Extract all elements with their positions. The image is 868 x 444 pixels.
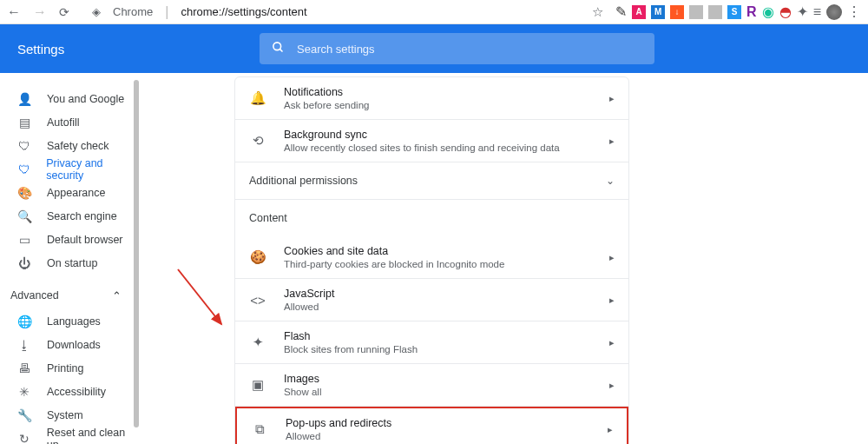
url-prefix: Chrome (113, 5, 153, 18)
svg-point-0 (273, 43, 281, 50)
ext-red-icon[interactable]: ◓ (779, 3, 792, 20)
sidebar-item-safety-check[interactable]: 🛡Safety check (0, 134, 139, 157)
globe-icon: 🌐 (17, 315, 31, 328)
content-header: Content (235, 200, 628, 236)
chevron-right-icon: ▸ (608, 424, 613, 435)
url-bar[interactable]: chrome://settings/content (181, 5, 306, 18)
search-icon (272, 41, 285, 56)
sidebar-item-downloads[interactable]: ⭳Downloads (0, 333, 139, 356)
accessibility-icon: ✳ (17, 385, 31, 399)
browser-toolbar: ← → ⟳ ◈ Chrome | chrome://settings/conte… (0, 0, 868, 24)
ext-grey2-icon[interactable] (708, 5, 722, 19)
row-notifications[interactable]: 🔔 NotificationsAsk before sending ▸ (235, 77, 628, 120)
back-button[interactable]: ← (7, 4, 21, 20)
chevron-right-icon: ▸ (609, 295, 615, 306)
profile-avatar[interactable] (826, 4, 842, 20)
printer-icon: 🖶 (17, 361, 31, 375)
chevron-right-icon: ▸ (609, 380, 615, 391)
sidebar-item-autofill[interactable]: ▤Autofill (0, 110, 139, 134)
settings-main-panel: 🔔 NotificationsAsk before sending ▸ ⟲ Ba… (139, 73, 868, 444)
chevron-right-icon: ▸ (609, 252, 615, 263)
chevron-right-icon: ▸ (609, 337, 615, 348)
sidebar-item-search-engine[interactable]: 🔍Search engine (0, 204, 139, 228)
puzzle-icon: ✦ (249, 335, 266, 350)
chevron-right-icon: ▸ (609, 93, 615, 104)
sidebar-item-default-browser[interactable]: ▭Default browser (0, 228, 139, 251)
row-background-sync[interactable]: ⟲ Background syncAllow recently closed s… (235, 120, 628, 162)
ext-s-icon[interactable]: S (727, 5, 741, 19)
sidebar-advanced-toggle[interactable]: Advanced⌃ (0, 282, 139, 309)
sidebar-item-system[interactable]: 🔧System (0, 403, 139, 427)
person-icon: 👤 (17, 92, 31, 106)
ext-down-icon[interactable]: ↓ (670, 5, 684, 19)
ext-grammarly-icon[interactable]: ◉ (762, 3, 774, 20)
bell-icon: 🔔 (249, 90, 266, 106)
settings-header: Settings (0, 24, 868, 73)
reading-list-icon[interactable]: ≡ (813, 4, 821, 20)
row-javascript[interactable]: <> JavaScriptAllowed ▸ (235, 279, 628, 321)
shield-blue-icon: 🛡 (17, 162, 30, 176)
search-input[interactable] (297, 43, 642, 56)
row-images[interactable]: ▣ ImagesShow all ▸ (235, 364, 628, 407)
chevron-up-icon: ⌃ (112, 289, 122, 302)
pen-icon[interactable]: ✎ (615, 3, 627, 20)
row-cookies[interactable]: 🍪 Cookies and site dataThird-party cooki… (235, 236, 628, 279)
settings-sidebar: 👤You and Google ▤Autofill 🛡Safety check … (0, 73, 139, 444)
ext-m-icon[interactable]: M (651, 5, 665, 19)
sidebar-scrollbar[interactable] (134, 80, 139, 427)
browser-icon: ▭ (17, 233, 31, 247)
ext-a-icon[interactable]: A (632, 5, 646, 19)
download-icon: ⭳ (17, 338, 31, 352)
chevron-right-icon: ▸ (609, 136, 615, 147)
row-flash[interactable]: ✦ FlashBlock sites from running Flash ▸ (235, 321, 628, 364)
autofill-icon: ▤ (17, 116, 31, 129)
ext-grey1-icon[interactable] (689, 5, 703, 19)
bookmark-star-icon[interactable]: ☆ (592, 4, 603, 20)
image-icon: ▣ (249, 377, 266, 393)
sidebar-item-appearance[interactable]: 🎨Appearance (0, 181, 139, 204)
extension-icons: ✎ A M ↓ S R ◉ ◓ ✦ ≡ ⋮ (615, 3, 861, 20)
extensions-puzzle-icon[interactable]: ✦ (797, 3, 808, 20)
row-popups-redirects[interactable]: ⧉ Pop-ups and redirectsAllowed ▸ (235, 407, 628, 444)
reset-icon: ↻ (17, 432, 31, 445)
palette-icon: 🎨 (17, 186, 31, 200)
shield-icon: 🛡 (17, 139, 31, 153)
reload-button[interactable]: ⟳ (59, 5, 69, 19)
row-additional-permissions[interactable]: Additional permissions ⌄ (235, 162, 628, 200)
chevron-down-icon: ⌄ (606, 175, 615, 187)
svg-line-1 (279, 49, 282, 51)
sidebar-item-on-startup[interactable]: ⏻On startup (0, 251, 139, 275)
cookie-icon: 🍪 (249, 249, 266, 265)
sidebar-item-accessibility[interactable]: ✳Accessibility (0, 380, 139, 403)
sidebar-item-you-and-google[interactable]: 👤You and Google (0, 87, 139, 110)
chrome-menu-icon[interactable]: ⋮ (847, 3, 861, 20)
power-icon: ⏻ (17, 256, 31, 270)
sync-icon: ⟲ (249, 133, 266, 149)
search-icon: 🔍 (17, 209, 31, 223)
settings-title: Settings (17, 42, 64, 56)
code-icon: <> (249, 293, 266, 308)
sidebar-item-printing[interactable]: 🖶Printing (0, 356, 139, 380)
site-info-icon[interactable]: ◈ (92, 5, 101, 18)
popup-icon: ⧉ (251, 421, 268, 437)
sidebar-item-reset[interactable]: ↻Reset and clean up (0, 427, 139, 444)
wrench-icon: 🔧 (17, 408, 31, 422)
sidebar-item-languages[interactable]: 🌐Languages (0, 309, 139, 333)
forward-button[interactable]: → (33, 4, 47, 20)
sidebar-item-privacy-security[interactable]: 🛡Privacy and security (0, 157, 139, 181)
search-box[interactable] (260, 33, 654, 64)
ext-r-icon[interactable]: R (746, 4, 757, 20)
